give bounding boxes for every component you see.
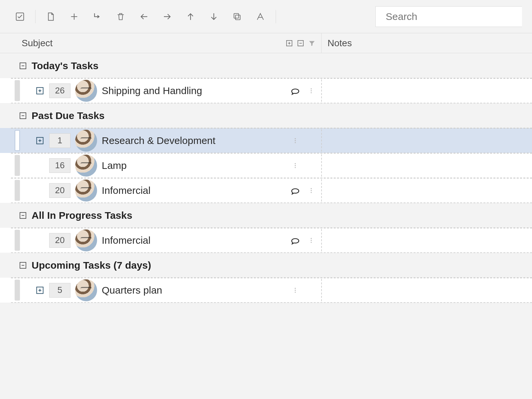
expand-icon[interactable] bbox=[35, 286, 45, 295]
svg-point-22 bbox=[311, 238, 312, 239]
avatar[interactable] bbox=[75, 155, 97, 177]
group-label: Today's Tasks bbox=[32, 60, 98, 71]
group-label: Past Due Tasks bbox=[32, 110, 105, 121]
add-icon[interactable] bbox=[64, 7, 84, 27]
kebab-icon[interactable] bbox=[289, 160, 301, 172]
notes-separator bbox=[321, 229, 322, 251]
notes-separator bbox=[321, 179, 322, 201]
avatar[interactable] bbox=[75, 180, 97, 201]
kebab-icon[interactable] bbox=[289, 284, 301, 296]
svg-point-8 bbox=[311, 90, 312, 91]
task-title: Quarters plan bbox=[102, 285, 162, 296]
row-gutter bbox=[15, 155, 20, 176]
avatar[interactable] bbox=[75, 130, 97, 152]
row-gutter bbox=[15, 230, 20, 251]
comment-icon[interactable] bbox=[289, 85, 301, 97]
task-number: 16 bbox=[49, 158, 70, 173]
task-row[interactable]: 5 Quarters plan bbox=[0, 278, 532, 303]
task-row[interactable]: 20 Infomercial bbox=[0, 178, 532, 203]
column-notes[interactable]: Notes bbox=[321, 33, 532, 53]
expand-icon[interactable] bbox=[35, 86, 45, 95]
collapse-icon[interactable] bbox=[18, 61, 28, 70]
row-gutter bbox=[15, 80, 20, 101]
text-style-icon[interactable] bbox=[250, 7, 270, 27]
avatar[interactable] bbox=[75, 229, 97, 251]
task-title: Lamp bbox=[102, 160, 127, 171]
task-number: 20 bbox=[49, 183, 70, 198]
task-row[interactable]: 26 Shipping and Handling bbox=[0, 78, 532, 103]
filter-icon[interactable] bbox=[307, 39, 317, 48]
trash-icon[interactable] bbox=[111, 7, 131, 27]
toolbar-separator bbox=[276, 10, 276, 23]
svg-point-15 bbox=[295, 163, 296, 164]
group-row[interactable]: Today's Tasks bbox=[0, 53, 532, 78]
column-headers: Subject Notes bbox=[0, 33, 532, 53]
group-row[interactable]: Past Due Tasks bbox=[0, 103, 532, 128]
svg-point-17 bbox=[295, 167, 296, 168]
svg-point-18 bbox=[311, 188, 312, 189]
task-number: 26 bbox=[49, 83, 70, 98]
arrow-down-icon[interactable] bbox=[204, 7, 224, 27]
task-number: 5 bbox=[49, 283, 70, 298]
task-title: Infomercial bbox=[102, 235, 151, 246]
avatar[interactable] bbox=[75, 80, 97, 102]
notes-separator bbox=[321, 79, 322, 102]
svg-point-20 bbox=[311, 192, 312, 193]
group-label: Upcoming Tasks (7 days) bbox=[32, 260, 151, 271]
task-row[interactable]: 16 Lamp bbox=[0, 153, 532, 178]
group-row[interactable]: Upcoming Tasks (7 days) bbox=[0, 253, 532, 278]
copy-icon[interactable] bbox=[227, 7, 247, 27]
arrow-up-icon[interactable] bbox=[181, 7, 200, 27]
arrow-left-icon[interactable] bbox=[134, 7, 154, 27]
notes-separator bbox=[321, 279, 322, 301]
comment-icon[interactable] bbox=[289, 185, 301, 197]
new-page-icon[interactable] bbox=[41, 7, 61, 27]
svg-point-19 bbox=[311, 190, 312, 191]
svg-point-16 bbox=[295, 165, 296, 166]
avatar[interactable] bbox=[75, 279, 97, 301]
toolbar-separator bbox=[35, 10, 36, 23]
row-gutter bbox=[15, 130, 20, 151]
task-row[interactable]: 20 Infomercial bbox=[0, 228, 532, 253]
comment-icon[interactable] bbox=[289, 234, 301, 246]
group-label: All In Progress Tasks bbox=[32, 210, 132, 221]
svg-point-23 bbox=[311, 240, 312, 241]
task-list: Today's Tasks 26 Shipping and Handling bbox=[0, 53, 532, 303]
kebab-icon[interactable] bbox=[305, 85, 317, 97]
kebab-icon[interactable] bbox=[305, 185, 317, 197]
collapse-all-icon[interactable] bbox=[296, 39, 305, 48]
kebab-icon[interactable] bbox=[305, 234, 317, 246]
svg-point-7 bbox=[311, 88, 312, 89]
expand-all-icon[interactable] bbox=[285, 39, 294, 48]
search-box[interactable] bbox=[375, 6, 522, 27]
svg-rect-1 bbox=[235, 15, 240, 20]
collapse-icon[interactable] bbox=[18, 111, 28, 120]
row-gutter bbox=[15, 280, 20, 301]
svg-point-14 bbox=[295, 142, 296, 143]
search-input[interactable] bbox=[385, 11, 513, 23]
svg-point-27 bbox=[295, 288, 296, 289]
notes-separator bbox=[321, 129, 322, 152]
task-title: Shipping and Handling bbox=[102, 85, 202, 96]
task-number: 20 bbox=[49, 233, 70, 248]
notes-separator bbox=[321, 154, 322, 177]
column-subject[interactable]: Subject bbox=[0, 33, 321, 53]
column-subject-label: Subject bbox=[22, 38, 53, 49]
add-child-icon[interactable] bbox=[87, 7, 107, 27]
row-gutter bbox=[15, 180, 20, 201]
toolbar bbox=[0, 0, 532, 33]
group-row[interactable]: All In Progress Tasks bbox=[0, 203, 532, 228]
task-title: Research & Development bbox=[102, 135, 215, 146]
arrow-right-icon[interactable] bbox=[157, 7, 177, 27]
collapse-icon[interactable] bbox=[18, 261, 28, 270]
kebab-icon[interactable] bbox=[289, 135, 301, 147]
svg-point-24 bbox=[311, 242, 312, 243]
expand-icon[interactable] bbox=[35, 136, 45, 145]
column-notes-label: Notes bbox=[328, 38, 352, 49]
svg-point-29 bbox=[295, 292, 296, 293]
svg-rect-2 bbox=[234, 13, 239, 18]
collapse-icon[interactable] bbox=[18, 211, 28, 220]
task-title: Infomercial bbox=[102, 185, 151, 196]
check-icon[interactable] bbox=[10, 7, 30, 27]
task-row[interactable]: 1 Research & Development bbox=[0, 128, 532, 153]
